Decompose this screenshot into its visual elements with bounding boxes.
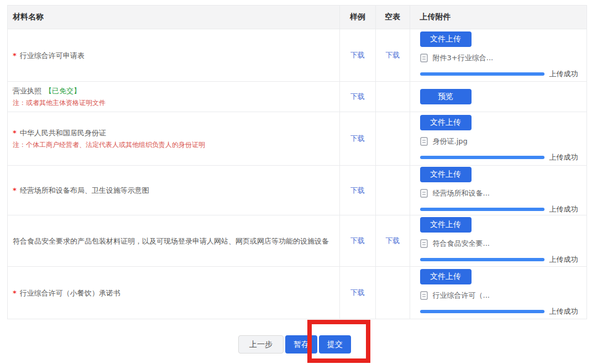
file-upload-button[interactable]: 文件上传 (420, 269, 472, 284)
document-icon (420, 189, 428, 198)
upload-progress-bar (420, 72, 544, 76)
upload-progress: 上传成功 (420, 69, 578, 79)
upload-progress: 上传成功 (420, 307, 578, 316)
material-name-cell: *行业综合许可（小餐饮）承诺书 (8, 267, 340, 319)
upload-progress-bar (420, 310, 544, 313)
sample-download-link[interactable]: 下载 (350, 134, 365, 144)
upload-progress: 上传成功 (420, 152, 578, 162)
upload-progress-bar (420, 208, 544, 211)
blank-download-link[interactable]: 下载 (385, 236, 400, 246)
table-row: *行业综合许可（小餐饮）承诺书 下载 文件上传 行业综合许可（... 上传成功 (8, 267, 586, 319)
required-asterisk: * (13, 129, 17, 137)
upload-status: 上传成功 (549, 69, 578, 79)
upload-progress-bar (420, 156, 544, 159)
table-row: 符合食品安全要求的产品包装材料证明，以及可现场登录申请人网站、网页或网店等功能的… (8, 215, 586, 267)
header-upload: 上传附件 (410, 6, 586, 29)
save-draft-button[interactable]: 暂存 (285, 335, 317, 354)
preview-button[interactable]: 预览 (420, 89, 472, 104)
table-row: *行业综合许可申请表 下载 下载 文件上传 附件3+行业综合... 上传成功 (8, 29, 586, 82)
material-name: 营业执照 (13, 87, 41, 95)
upload-progress-bar (420, 258, 544, 261)
material-name: 符合食品安全要求的产品包装材料证明，以及可现场登录申请人网站、网页或网店等功能的… (13, 237, 329, 245)
submit-button[interactable]: 提交 (319, 335, 351, 354)
blank-cell-empty (376, 82, 410, 112)
uploaded-file[interactable]: 行业综合许可（... (420, 291, 490, 300)
document-icon (420, 54, 428, 62)
table-row: *中华人民共和国居民身份证 注：个体工商户经营者、法定代表人或其他组织负责人的身… (8, 112, 586, 166)
material-name-cell: 符合食品安全要求的产品包装材料证明，以及可现场登录申请人网站、网页或网店等功能的… (8, 215, 340, 266)
document-icon (420, 291, 428, 300)
blank-cell-empty (376, 166, 410, 215)
uploaded-file-name: 符合食品安全要... (433, 239, 490, 249)
uploaded-file[interactable]: 经营场所和设备... (420, 188, 490, 198)
header-material-name: 材料名称 (8, 6, 340, 29)
header-blank-form: 空表 (376, 6, 410, 29)
material-name: 行业综合许可申请表 (20, 51, 85, 60)
table-row: 营业执照【已免交】 注：或者其他主体资格证明文件 下载 预览 (8, 82, 586, 112)
table-header-row: 材料名称 样例 空表 上传附件 (8, 6, 586, 29)
file-upload-button[interactable]: 文件上传 (420, 167, 472, 182)
upload-progress: 上传成功 (420, 255, 578, 265)
uploaded-file-name: 行业综合许可（... (433, 291, 490, 300)
material-note: 注：或者其他主体资格证明文件 (13, 98, 106, 108)
uploaded-file-name: 附件3+行业综合... (433, 53, 494, 63)
required-asterisk: * (13, 186, 17, 194)
uploaded-file-name: 经营场所和设备... (433, 188, 490, 198)
upload-status: 上传成功 (549, 255, 578, 265)
exempt-tag: 【已免交】 (45, 87, 81, 95)
previous-step-button[interactable]: 上一步 (238, 335, 284, 354)
sample-download-link[interactable]: 下载 (350, 186, 365, 196)
document-icon (420, 137, 428, 146)
uploaded-file[interactable]: 附件3+行业综合... (420, 53, 494, 63)
required-asterisk: * (13, 51, 17, 60)
page: 材料名称 样例 空表 上传附件 *行业综合许可申请表 下载 下载 文件上传 附件… (0, 0, 597, 364)
material-name: 中华人民共和国居民身份证 (20, 129, 106, 137)
table-row: *经营场所和设备布局、卫生设施等示意图 下载 文件上传 经营场所和设备... 上… (8, 166, 586, 215)
material-note: 注：个体工商户经营者、法定代表人或其他组织负责人的身份证明 (13, 140, 205, 150)
material-name-cell: *经营场所和设备布局、卫生设施等示意图 (8, 166, 340, 215)
uploaded-file-name: 身份证.jpg (433, 136, 468, 146)
sample-download-link[interactable]: 下载 (350, 92, 365, 102)
upload-status: 上传成功 (549, 152, 578, 162)
material-name: 经营场所和设备布局、卫生设施等示意图 (20, 186, 149, 194)
sample-download-link[interactable]: 下载 (350, 288, 365, 298)
blank-cell-empty (376, 112, 410, 165)
uploaded-file[interactable]: 身份证.jpg (420, 136, 468, 146)
header-sample: 样例 (340, 6, 376, 29)
file-upload-button[interactable]: 文件上传 (420, 115, 472, 130)
upload-status: 上传成功 (549, 307, 578, 316)
material-name-cell: *行业综合许可申请表 (8, 29, 340, 81)
materials-table: 材料名称 样例 空表 上传附件 *行业综合许可申请表 下载 下载 文件上传 附件… (7, 5, 587, 319)
file-upload-button[interactable]: 文件上传 (420, 31, 472, 47)
material-name: 行业综合许可（小餐饮）承诺书 (20, 289, 121, 297)
uploaded-file[interactable]: 符合食品安全要... (420, 239, 490, 249)
blank-cell-empty (376, 267, 410, 319)
upload-status: 上传成功 (549, 204, 578, 214)
file-upload-button[interactable]: 文件上传 (420, 217, 472, 233)
blank-download-link[interactable]: 下载 (385, 50, 400, 60)
material-name-cell: 营业执照【已免交】 注：或者其他主体资格证明文件 (8, 82, 340, 112)
required-asterisk: * (13, 289, 17, 297)
sample-download-link[interactable]: 下载 (350, 50, 365, 60)
material-name-cell: *中华人民共和国居民身份证 注：个体工商户经营者、法定代表人或其他组织负责人的身… (8, 112, 340, 165)
upload-progress: 上传成功 (420, 204, 578, 214)
document-icon (420, 239, 428, 248)
footer-actions: 上一步 暂存 提交 (238, 335, 351, 354)
sample-download-link[interactable]: 下载 (350, 236, 365, 246)
